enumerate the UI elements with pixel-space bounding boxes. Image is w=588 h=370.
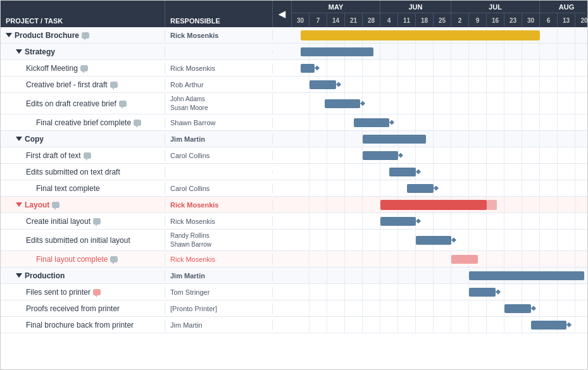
row-create-layout: Create initial layout Rick Mosenkis (1, 213, 587, 230)
chat-icon-first-draft-text[interactable] (84, 152, 91, 159)
task-copy: Copy (1, 133, 165, 145)
row-first-draft-text: First draft of text Carol Collins (1, 147, 587, 164)
task-first-draft-text: First draft of text (1, 150, 165, 161)
row-final-layout: Final layout complete Rick Mosenkis (1, 251, 587, 268)
task-kickoff: Kickoff Meeting (1, 63, 165, 74)
bar-kickoff (301, 64, 315, 73)
chat-icon-layout[interactable] (52, 202, 59, 208)
week-21: 21 (345, 13, 363, 27)
expand-icon-production[interactable] (16, 273, 22, 278)
task-files-printer: Files sent to printer (1, 287, 165, 298)
task-header: PROJECT / TASK (1, 1, 165, 27)
bar-proofs (504, 304, 531, 313)
label-files-printer: Files sent to printer (26, 288, 91, 297)
expand-icon-product-brochure[interactable] (6, 33, 12, 37)
month-aug: AUG (540, 1, 588, 13)
bar-product-brochure (301, 30, 540, 40)
task-final-text: Final text complete (1, 183, 165, 194)
timeline-final-text (292, 180, 587, 196)
timeline-creative-brief (292, 77, 587, 92)
month-may: MAY (292, 1, 380, 13)
chat-icon-files-printer[interactable] (93, 289, 101, 295)
week-16: 16 (487, 13, 504, 27)
expand-icon-strategy[interactable] (16, 49, 22, 54)
responsible-header: RESPONSIBLE (165, 1, 273, 27)
chat-icon-create-layout[interactable] (93, 218, 101, 225)
responsible-edits-text (165, 171, 273, 173)
bar-final-brochure (531, 321, 566, 330)
timeline-files-printer (292, 284, 587, 300)
week-20: 20 (575, 13, 588, 27)
bar-production (469, 271, 584, 280)
week-11: 11 (398, 13, 416, 27)
bar-edits-draft (325, 99, 360, 108)
task-product-brochure: Product Brochure (1, 30, 165, 41)
row-final-creative: Final creative brief complete Shawn Barr… (1, 114, 587, 131)
gantt-header: PROJECT / TASK RESPONSIBLE ◀ MAY JUN JUL… (1, 1, 587, 27)
bar-final-creative (354, 118, 389, 127)
responsible-kickoff: Rick Mosenkis (165, 63, 273, 73)
responsible-final-text: Carol Collins (165, 183, 273, 194)
bar-creative-brief (310, 80, 336, 89)
bar-layout-end (487, 200, 497, 210)
task-production: Production (1, 270, 165, 281)
label-final-creative: Final creative brief complete (36, 118, 131, 127)
row-edits-draft: Edits on draft creative brief John Adams… (1, 93, 587, 114)
chat-icon-kickoff[interactable] (80, 65, 88, 71)
responsible-layout: Rick Mosenkis (165, 200, 273, 210)
responsible-edits-draft: John AdamsSusan Moore (165, 93, 273, 114)
responsible-header-label: RESPONSIBLE (170, 17, 220, 25)
label-copy: Copy (25, 135, 44, 144)
label-layout: Layout (25, 200, 49, 209)
timeline-product-brochure (292, 27, 587, 43)
bar-copy (363, 135, 426, 144)
label-edits-text: Edits submitted on text draft (26, 168, 120, 176)
chat-icon-final-layout[interactable] (110, 256, 118, 262)
timeline-layout (292, 197, 587, 213)
timeline-first-draft-text (292, 147, 587, 163)
task-proofs: Proofs received from printer (1, 303, 165, 314)
month-jun: JUN (380, 1, 451, 13)
responsible-copy: Jim Martin (165, 134, 273, 144)
week-18: 18 (416, 13, 434, 27)
task-creative-brief: Creative brief - first draft (1, 79, 165, 90)
bar-edits-layout (416, 236, 451, 245)
expand-icon-layout[interactable] (16, 202, 22, 207)
row-copy: Copy Jim Martin (1, 131, 587, 147)
row-kickoff: Kickoff Meeting Rick Mosenkis (1, 60, 587, 77)
timeline-edits-text (292, 164, 587, 180)
responsible-final-creative: Shawn Barrow (165, 118, 273, 128)
chat-icon-creative-brief[interactable] (110, 82, 118, 88)
week-30: 30 (292, 13, 310, 27)
bar-files-printer (469, 288, 496, 297)
chat-icon-final-creative[interactable] (134, 120, 141, 126)
label-proofs: Proofs received from printer (26, 304, 120, 313)
week-14: 14 (327, 13, 345, 27)
bar-first-draft-text (363, 151, 398, 160)
expand-icon-copy[interactable] (16, 137, 22, 141)
row-edits-layout: Edits submitted on initial layout Randy … (1, 230, 587, 251)
chat-icon-product-brochure[interactable] (82, 32, 89, 39)
bar-strategy (301, 47, 373, 56)
row-layout: Layout Rick Mosenkis (1, 197, 587, 213)
row-production: Production Jim Martin (1, 268, 587, 284)
label-creative-brief: Creative brief - first draft (26, 80, 108, 89)
row-edits-text: Edits submitted on text draft (1, 164, 587, 180)
timeline-create-layout (292, 213, 587, 229)
week-6: 6 (540, 13, 558, 27)
month-jul: JUL (451, 1, 540, 13)
task-create-layout: Create initial layout (1, 216, 165, 227)
row-files-printer: Files sent to printer Tom Stringer (1, 284, 587, 300)
row-final-brochure: Final brochure back from printer Jim Mar… (1, 317, 587, 333)
responsible-final-layout: Rick Mosenkis (165, 254, 273, 264)
task-edits-text: Edits submitted on text draft (1, 166, 165, 178)
label-kickoff: Kickoff Meeting (26, 64, 78, 73)
chat-icon-edits-draft[interactable] (119, 101, 127, 107)
timeline-final-creative (292, 114, 587, 130)
responsible-creative-brief: Rob Arthur (165, 80, 273, 90)
task-final-brochure: Final brochure back from printer (1, 319, 165, 331)
nav-prev-button[interactable]: ◀ (273, 1, 292, 27)
timeline-proofs (292, 300, 587, 316)
label-product-brochure: Product Brochure (15, 31, 79, 40)
timeline-production (292, 268, 587, 283)
